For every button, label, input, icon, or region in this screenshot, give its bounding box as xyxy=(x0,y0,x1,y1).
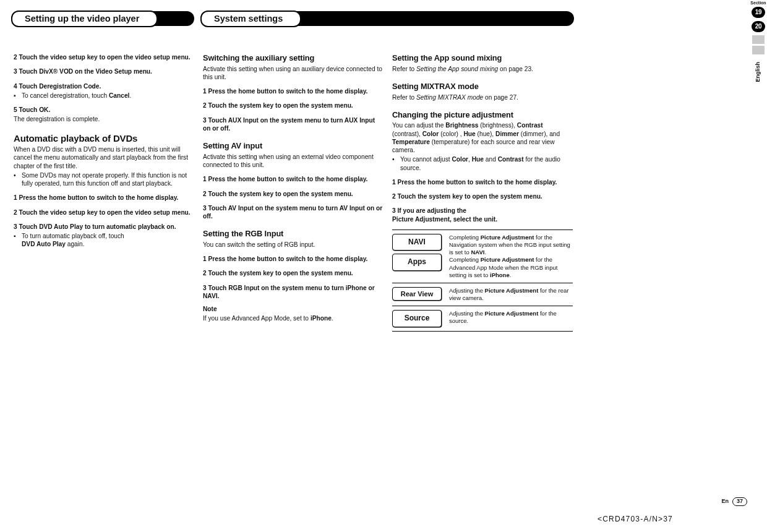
body-text: You can switch the setting of RGB input. xyxy=(203,241,384,249)
picture-adjust-table: NAVI Apps Completing Picture Adjustment … xyxy=(392,230,573,332)
section-header-1: Setting up the video player xyxy=(14,11,194,26)
table-row: NAVI Apps Completing Picture Adjustment … xyxy=(392,230,573,283)
step: 3 Touch AV Input on the system menu to t… xyxy=(203,204,384,221)
column-1: Setting up the video player 2 Touch the … xyxy=(14,11,194,332)
section-label: Section xyxy=(750,0,767,6)
step: 3 Touch RGB Input on the system menu to … xyxy=(203,284,384,301)
step: 2 Touch the system key to open the syste… xyxy=(392,192,573,200)
body-text: You can adjust the Brightness (brightnes… xyxy=(392,121,573,154)
body-text: The deregistration is complete. xyxy=(14,115,194,123)
heading: Setting the RGB Input xyxy=(203,229,384,239)
table-cell: Adjusting the Picture Adjustment for the… xyxy=(442,310,573,325)
section-title-1: Setting up the video player xyxy=(11,11,158,27)
page-footer: En 37 xyxy=(721,497,747,506)
bullet: • You cannot adjust Color, Hue and Contr… xyxy=(392,155,573,172)
table-cell: Adjusting the Picture Adjustment for the… xyxy=(442,287,573,302)
body-text: Activate this setting when using an auxi… xyxy=(203,65,384,82)
table-row: Rear View Adjusting the Picture Adjustme… xyxy=(392,283,573,306)
step: 2 Touch the system key to open the syste… xyxy=(203,101,384,109)
heading: Automatic playback of DVDs xyxy=(14,132,194,145)
rear-view-button: Rear View xyxy=(392,287,442,301)
column-3: Setting the App sound mixing Refer to Se… xyxy=(392,53,573,332)
section-badge-19: 19 xyxy=(752,7,765,18)
bullet: ▪ To cancel deregistration, touch Cancel… xyxy=(14,92,194,100)
language-tab: English xyxy=(755,62,762,82)
step: 2 Touch the system key to open the syste… xyxy=(203,190,384,198)
manual-page: Setting up the video player 2 Touch the … xyxy=(14,11,753,332)
step: 1 Press the home button to switch to the… xyxy=(392,178,573,186)
step: 4 Touch Deregistration Code. xyxy=(14,82,194,90)
step: 1 Press the home button to switch to the… xyxy=(203,255,384,263)
heading: Setting MIXTRAX mode xyxy=(392,82,573,92)
table-row: Source Adjusting the Picture Adjustment … xyxy=(392,306,573,332)
body-text: When a DVD disc with a DVD menu is inser… xyxy=(14,145,194,170)
step: 1 Press the home button to switch to the… xyxy=(203,87,384,95)
navi-button: NAVI xyxy=(392,234,442,251)
source-button: Source xyxy=(392,310,442,327)
bullet: • Some DVDs may not operate properly. If… xyxy=(14,171,194,188)
tab-marker xyxy=(752,35,765,44)
step: 3 Touch AUX Input on the system menu to … xyxy=(203,116,384,133)
heading: Setting AV input xyxy=(203,141,384,152)
body-text: Refer to Setting the App sound mixing on… xyxy=(392,65,573,73)
note-label: Note xyxy=(203,305,384,313)
step: 2 Touch the video setup key to open the … xyxy=(14,208,194,217)
step: 2 Touch the video setup key to open the … xyxy=(14,53,194,61)
heading: Changing the picture adjustment xyxy=(392,110,573,121)
lang-code: En xyxy=(721,498,729,505)
section-header-2: System settings xyxy=(203,11,384,26)
body-text: Activate this setting when using an exte… xyxy=(203,153,384,169)
doc-id: <CRD4703-A/N>37 xyxy=(598,515,673,525)
heading: Setting the App sound mixing xyxy=(392,53,573,64)
step: 2 Touch the system key to open the syste… xyxy=(203,269,384,277)
apps-button: Apps xyxy=(392,254,442,271)
section-badge-20: 20 xyxy=(752,21,765,32)
page-margin: Section 19 20 English xyxy=(750,0,767,82)
step: 5 Touch OK. xyxy=(14,106,194,114)
section-title-2: System settings xyxy=(200,11,301,27)
heading: Switching the auxiliary setting xyxy=(203,53,384,64)
bullet: ▪ To turn automatic playback off, touchD… xyxy=(14,232,194,249)
page-number: 37 xyxy=(732,497,747,506)
step: 3 Touch DivX® VOD on the Video Setup men… xyxy=(14,67,194,75)
step: 3 If you are adjusting thePicture Adjust… xyxy=(392,207,573,223)
note-text: If you use Advanced App Mode, set to iPh… xyxy=(203,314,384,322)
step: 1 Press the home button to switch to the… xyxy=(14,194,194,202)
step: 3 Touch DVD Auto Play to turn automatic … xyxy=(14,223,194,231)
table-cell: Completing Picture Adjustment for the Na… xyxy=(442,234,573,279)
body-text: Refer to Setting MIXTRAX mode on page 27… xyxy=(392,93,573,101)
step: 1 Press the home button to switch to the… xyxy=(203,175,384,183)
column-2: System settings Switching the auxiliary … xyxy=(203,11,384,332)
tab-marker xyxy=(752,46,765,54)
